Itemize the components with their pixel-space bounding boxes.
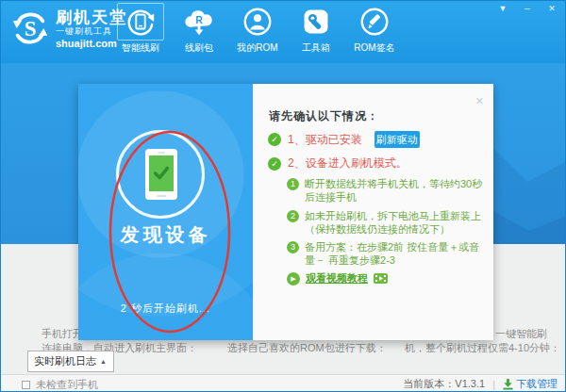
bg-text-phone-open: 手机打开 xyxy=(42,327,83,341)
bg-text-one-key: 一键智能刷 xyxy=(495,327,547,341)
nav-label: 工具箱 xyxy=(291,41,341,55)
status-bar: 未检查到手机 当前版本：V1.3.1 | 下载管理 xyxy=(1,374,566,392)
check-circle-icon: ✓ xyxy=(268,133,281,146)
smart-flash-icon xyxy=(125,6,157,38)
nav-label: ROM签名 xyxy=(349,41,400,55)
download-icon xyxy=(503,379,513,390)
check-circle-icon: ✓ xyxy=(268,157,281,171)
main-nav: 智能线刷 R 线刷包 我的ROM xyxy=(115,3,404,55)
step-number-icon: 3 xyxy=(287,241,299,253)
device-status-text: 未检查到手机 xyxy=(36,378,98,392)
flash-log-label: 实时刷机日志 xyxy=(28,354,100,368)
nav-label: 线刷包 xyxy=(174,41,225,55)
minimize-button[interactable]: ─ xyxy=(520,2,535,15)
check-icon xyxy=(151,164,172,183)
close-button[interactable]: ✕ xyxy=(544,2,559,15)
phone-ok-icon xyxy=(145,149,177,200)
download-manager-label: 下载管理 xyxy=(516,377,558,391)
user-icon xyxy=(241,6,274,38)
bg-text-choose-rom: 选择自己喜欢的ROM包进行下载： xyxy=(227,341,387,355)
cloud-rom-icon: R xyxy=(182,6,216,38)
video-tutorial-row: ▶ 观看视频教程 xyxy=(287,271,388,286)
nav-smart-flash[interactable]: 智能线刷 xyxy=(115,3,166,55)
confirm-item-label: 1、驱动已安装 xyxy=(288,132,362,148)
logo-s-icon: S xyxy=(10,8,50,48)
nav-toolbox[interactable]: 工具箱 xyxy=(291,3,341,55)
confirm-heading: 请先确认以下情况： xyxy=(269,108,379,124)
skin-menu-button[interactable]: ▼ xyxy=(495,2,510,15)
step-number-icon: 1 xyxy=(287,178,299,190)
step-item-2: 2 如未开始刷机，拆下电池马上重新装上（保持数据线仍连接的情况下） xyxy=(287,209,485,236)
wrench-icon xyxy=(301,7,331,37)
nav-label: 智能线刷 xyxy=(115,41,166,55)
toolbar: S 刷机天堂 一键刷机工具 shuajitt.com 智能线刷 xyxy=(1,1,566,63)
app-logo: S 刷机天堂 一键刷机工具 shuajitt.com xyxy=(10,8,127,50)
flash-log-dropdown[interactable]: 实时刷机日志 ▲ xyxy=(27,351,114,372)
download-manager-link[interactable]: 下载管理 xyxy=(503,377,558,391)
flash-countdown-text: 2 秒后开始刷机... xyxy=(78,302,253,316)
step-number-icon: 2 xyxy=(287,210,299,222)
step-text: 断开数据线并将手机关机，等待约30秒后连接手机 xyxy=(305,177,484,204)
confirm-panel: ✕ 请先确认以下情况： ✓ 1、驱动已安装 刷新驱动 ✓ 2、设备进入刷机模式。… xyxy=(253,84,493,340)
step-item-1: 1 断开数据线并将手机关机，等待约30秒后连接手机 xyxy=(287,177,485,204)
video-tutorial-link[interactable]: 观看视频教程 xyxy=(306,271,368,286)
play-circle-icon: ▶ xyxy=(287,272,300,286)
video-camera-icon xyxy=(374,273,388,284)
nav-flash-package[interactable]: R 线刷包 xyxy=(174,3,225,55)
flash-confirm-dialog: 发现设备 2 秒后开始刷机... ✕ 请先确认以下情况： ✓ 1、驱动已安装 刷… xyxy=(78,84,493,340)
pencil-icon xyxy=(358,6,391,38)
version-text: 当前版本：V1.3.1 xyxy=(403,377,485,391)
nav-rom-sign[interactable]: ROM签名 xyxy=(349,3,400,55)
window-controls: ▼ ─ ✕ xyxy=(495,2,559,15)
bg-text-duration: 机，整个刷机过程仅需4-10分钟： xyxy=(405,341,560,355)
confirm-item-label: 2、设备进入刷机模式。 xyxy=(288,155,408,172)
svg-text:R: R xyxy=(195,15,203,25)
confirm-item-mode: ✓ 2、设备进入刷机模式。 xyxy=(268,155,408,172)
device-status-checkbox[interactable] xyxy=(22,381,30,389)
device-ring xyxy=(116,130,205,219)
device-found-title: 发现设备 xyxy=(78,222,253,248)
refresh-driver-button[interactable]: 刷新驱动 xyxy=(375,131,420,148)
step-text: 备用方案：在步骤2前 按住音量＋或音量－ 再重复步骤2-3 xyxy=(305,240,484,267)
device-found-panel: 发现设备 2 秒后开始刷机... xyxy=(78,84,253,340)
confirm-item-driver: ✓ 1、驱动已安装 刷新驱动 xyxy=(268,131,420,148)
nav-label: 我的ROM xyxy=(232,41,283,55)
dialog-close-icon[interactable]: ✕ xyxy=(475,95,484,107)
nav-my-rom[interactable]: 我的ROM xyxy=(232,3,283,55)
step-item-3: 3 备用方案：在步骤2前 按住音量＋或音量－ 再重复步骤2-3 xyxy=(287,240,485,267)
step-text: 如未开始刷机，拆下电池马上重新装上（保持数据线仍连接的情况下） xyxy=(305,209,484,236)
collapse-arrow-icon: ▲ xyxy=(100,358,113,365)
separator: | xyxy=(492,379,495,390)
svg-text:S: S xyxy=(25,17,37,41)
